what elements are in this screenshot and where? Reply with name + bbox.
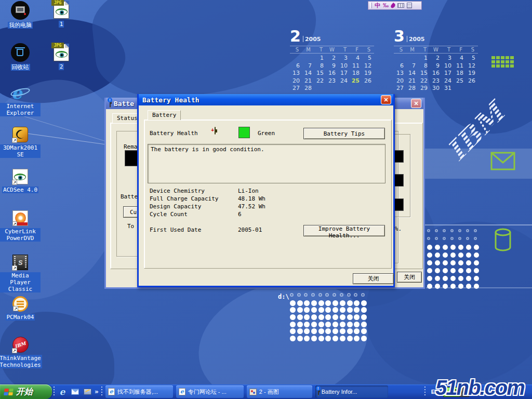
- decor-dot: [297, 293, 301, 297]
- calendar-day: 25: [454, 77, 466, 85]
- tray-red-icon[interactable]: [472, 389, 479, 395]
- ime-chinese-icon[interactable]: 中: [375, 3, 380, 8]
- decor-dot: [332, 293, 336, 297]
- decor-dot: [458, 268, 463, 273]
- toolbar-grip[interactable]: [54, 387, 55, 397]
- taskbar-item-ie-1[interactable]: 找不到服务器,...: [105, 385, 173, 398]
- ie-page-icon: [179, 388, 185, 395]
- battery-health-dialog[interactable]: Battery Health ✕ Battery Battery Health …: [137, 94, 395, 287]
- desktop-icon-3dmark2001[interactable]: ↗ 3DMark2001 SE: [0, 127, 41, 158]
- ime-menu-icon[interactable]: [407, 3, 412, 8]
- decor-dot: [450, 229, 454, 232]
- battery-health-label: Battery Health: [150, 130, 198, 137]
- system-tray: EN 58%: [423, 384, 532, 399]
- decor-dot: [325, 322, 331, 327]
- calendar-separator: [303, 36, 303, 42]
- battery-tips-button[interactable]: Battery Tips: [303, 128, 385, 139]
- calendar-march: 3 2005 SMTWTFS 1234567891011121314151617…: [394, 28, 478, 92]
- desktop-icon-powerdvd[interactable]: ↗ CyberLink PowerDVD: [0, 210, 41, 242]
- ime-brush-icon[interactable]: [390, 2, 396, 8]
- envelope-icon: [490, 152, 515, 170]
- decor-dot: [354, 314, 360, 320]
- calendar-february: 2 2005 SMTWTFS 1234567891011121314151617…: [290, 28, 374, 92]
- calendar-day-highlighted: 25: [350, 77, 362, 85]
- calendar-day: 21: [302, 77, 314, 85]
- info-value: 47.52 Wh: [238, 203, 265, 210]
- decor-dot: [466, 229, 469, 232]
- decor-dot: [290, 322, 296, 327]
- calendar-day: 18: [454, 70, 466, 77]
- desktop-icon-pcmark04[interactable]: ↗ PCMark04: [0, 296, 41, 321]
- calendar-weekday: W: [430, 47, 442, 52]
- decor-dot: [297, 307, 303, 313]
- ime-keyboard-icon[interactable]: [397, 3, 404, 8]
- battery-health-titlebar[interactable]: Battery Health ✕: [139, 94, 393, 105]
- condition-textbox[interactable]: The battery is in good condition.: [148, 144, 385, 183]
- calendar-day: 3: [442, 55, 454, 62]
- calendar-day: 4: [454, 55, 466, 62]
- decor-dot: [297, 328, 303, 334]
- taskbar: 开始 e » 找不到服务器,... 专门网论坛 - ... 2 - 画图 ! B…: [0, 384, 532, 399]
- language-indicator[interactable]: EN: [427, 389, 443, 395]
- calendar-day: [326, 85, 338, 92]
- start-button[interactable]: 开始: [0, 384, 52, 399]
- media-player-classic-icon: s↗: [12, 255, 28, 270]
- taskbar-item-ie-2[interactable]: 专门网论坛 - ...: [176, 385, 244, 398]
- decor-dot: [340, 336, 345, 341]
- shortcut-arrow-icon: ↗: [12, 180, 17, 185]
- decor-dot: [361, 300, 367, 306]
- decor-dot: [443, 260, 448, 265]
- decor-dot: [466, 276, 471, 281]
- decor-dot: [466, 268, 471, 273]
- decor-dot: [443, 252, 448, 258]
- close-button[interactable]: 关闭: [397, 272, 422, 283]
- desktop-icon-recycle-bin[interactable]: 回收站: [0, 43, 41, 71]
- desktop-icon-media-player-classic[interactable]: s↗ Media Player Classic: [0, 255, 41, 292]
- info-label: Design Capacity: [150, 203, 201, 210]
- calendar-day: 6: [394, 62, 406, 70]
- calendar-day: 8: [314, 62, 326, 70]
- ime-language-bar[interactable]: 中 ‰: [368, 1, 422, 10]
- quicklaunch-show-desktop-icon[interactable]: [82, 387, 92, 397]
- decor-dot: [311, 307, 317, 313]
- quicklaunch-outlook-express-icon[interactable]: [70, 387, 80, 397]
- taskbar-item-battery-information[interactable]: ! Battery Infor...: [315, 385, 388, 398]
- desktop-icon-internet-explorer[interactable]: e Internet Explorer: [0, 83, 41, 116]
- desktop-icon-jpg-1[interactable]: JPG 1: [48, 1, 75, 28]
- taskbar-item-paint[interactable]: 2 - 画图: [247, 385, 312, 398]
- ime-fullwidth-icon[interactable]: ‰: [383, 3, 389, 8]
- decor-dot: [474, 229, 477, 232]
- decor-dot: [304, 322, 310, 327]
- desktop-icon-thinkvantage[interactable]: IBM↗ ThinkVantage Technologies: [0, 337, 41, 368]
- decor-dot: [347, 336, 353, 341]
- tab-battery[interactable]: Battery: [148, 110, 181, 120]
- chevron-icon[interactable]: »: [95, 388, 99, 395]
- desktop-icon-my-computer[interactable]: 我的电脑: [0, 1, 41, 29]
- desktop-icon-jpg-2[interactable]: JPG 2: [48, 44, 75, 70]
- improve-battery-health-button[interactable]: Improve Battery Health...: [303, 225, 385, 236]
- decor-dot: [361, 328, 367, 334]
- toolbar-grip[interactable]: [101, 387, 102, 397]
- calendar-weekday: S: [362, 47, 374, 52]
- decor-dot: [290, 300, 296, 306]
- quicklaunch-ie-icon[interactable]: e: [57, 387, 68, 397]
- decor-dot: [332, 300, 338, 306]
- decor-dot: [466, 260, 471, 265]
- calendar-day: 16: [326, 70, 338, 77]
- calendar-day: 9: [326, 62, 338, 70]
- calendar-day: [302, 55, 314, 62]
- ime-grip-handle[interactable]: [370, 3, 372, 8]
- close-button[interactable]: 关闭: [353, 273, 394, 284]
- decor-dot: [466, 284, 471, 289]
- decor-dot: [427, 237, 430, 240]
- info-value: 48.18 Wh: [238, 195, 265, 202]
- calendar-day: 13: [394, 70, 406, 77]
- calendar-day: 14: [406, 70, 418, 77]
- close-icon[interactable]: ✕: [381, 95, 391, 104]
- tray-battery-meter[interactable]: 58%: [443, 387, 469, 397]
- calendar-day: 17: [442, 70, 454, 77]
- decor-dot: [304, 314, 310, 320]
- desktop-icon-acdsee[interactable]: ↗ ACDSee 4.0: [0, 169, 41, 193]
- shortcut-arrow-icon: ↗: [12, 138, 17, 143]
- close-icon[interactable]: ✕: [411, 99, 421, 108]
